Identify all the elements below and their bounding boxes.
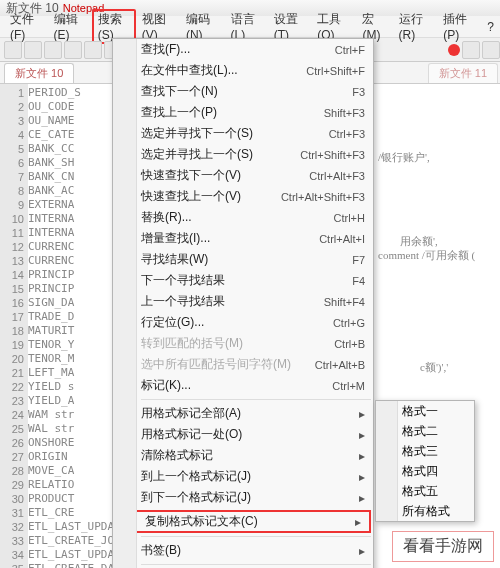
menu-help[interactable]: ?	[481, 18, 500, 36]
menu-item-label: 转到匹配的括号(M)	[141, 335, 334, 352]
menu-item-label: 寻找结果(W)	[141, 251, 352, 268]
menu-item-label: 下一个寻找结果	[141, 272, 352, 289]
menu-item-shortcut: F3	[352, 86, 365, 98]
menu-item[interactable]: 清除格式标记▸	[113, 445, 373, 466]
menu-item[interactable]: 标记(K)...Ctrl+M	[113, 375, 373, 396]
menu-item[interactable]: 寻找结果(W)F7	[113, 249, 373, 270]
menu-item-label: 到上一个格式标记(J)	[141, 468, 353, 485]
menu-item[interactable]: 上一个寻找结果Shift+F4	[113, 291, 373, 312]
menu-item-label: 快速查找上一个(V)	[141, 188, 281, 205]
menu-item[interactable]: 在文件中查找(L)...Ctrl+Shift+F	[113, 60, 373, 81]
menu-bar: 文件(F) 编辑(E) 搜索(S) 视图(V) 编码(N) 语言(L) 设置(T…	[0, 16, 500, 38]
menu-item[interactable]: 行定位(G)...Ctrl+G	[113, 312, 373, 333]
tbtn-play[interactable]	[462, 41, 480, 59]
submenu-item-label: 格式三	[402, 443, 438, 460]
submenu-arrow-icon: ▸	[359, 449, 365, 463]
menu-item-label: 清除格式标记	[141, 447, 353, 464]
tbtn-saveall[interactable]	[64, 41, 82, 59]
record-icon[interactable]	[448, 44, 460, 56]
menu-item[interactable]: 用格式标记全部(A)▸	[113, 403, 373, 424]
menu-item[interactable]: 到上一个格式标记(J)▸	[113, 466, 373, 487]
menu-item-label: 复制格式标记文本(C)	[145, 513, 349, 530]
menu-item-label: 书签(B)	[141, 542, 353, 559]
menu-item-label: 查找上一个(P)	[141, 104, 324, 121]
submenu-arrow-icon: ▸	[359, 491, 365, 505]
menu-file[interactable]: 文件(F)	[4, 9, 48, 44]
submenu-arrow-icon: ▸	[359, 544, 365, 558]
menu-item-label: 增量查找(I)...	[141, 230, 319, 247]
menu-item: 转到匹配的括号(M)Ctrl+B	[113, 333, 373, 354]
submenu-item-label: 格式一	[402, 403, 438, 420]
menu-item[interactable]: 快速查找上一个(V)Ctrl+Alt+Shift+F3	[113, 186, 373, 207]
menu-item[interactable]: 查找(F)...Ctrl+F	[113, 39, 373, 60]
menu-item[interactable]: 替换(R)...Ctrl+H	[113, 207, 373, 228]
menu-item[interactable]: 下一个寻找结果F4	[113, 270, 373, 291]
menu-item-shortcut: Shift+F4	[324, 296, 365, 308]
menu-run[interactable]: 运行(R)	[393, 9, 438, 44]
watermark: 看看手游网	[392, 531, 494, 562]
menu-item-shortcut: Shift+F3	[324, 107, 365, 119]
menu-item[interactable]: 增量查找(I)...Ctrl+Alt+I	[113, 228, 373, 249]
menu-item-shortcut: Ctrl+Alt+B	[315, 359, 365, 371]
bg-text: comment /可用余额 (	[378, 248, 475, 263]
menu-item-shortcut: Ctrl+M	[332, 380, 365, 392]
menu-icon-gutter	[113, 39, 137, 568]
search-menu: 查找(F)...Ctrl+F在文件中查找(L)...Ctrl+Shift+F查找…	[112, 38, 374, 568]
menu-item[interactable]: 用格式标记一处(O)▸	[113, 424, 373, 445]
menu-separator	[141, 564, 371, 565]
menu-item-label: 替换(R)...	[141, 209, 334, 226]
tbtn-close[interactable]	[84, 41, 102, 59]
menu-item[interactable]: 到下一个格式标记(J)▸	[113, 487, 373, 508]
menu-item-label: 选定并寻找下一个(S)	[141, 125, 329, 142]
menu-item-shortcut: Ctrl+Shift+F	[306, 65, 365, 77]
bg-text: 用余额',	[400, 234, 438, 249]
menu-item[interactable]: 选定并寻找下一个(S)Ctrl+F3	[113, 123, 373, 144]
menu-item-label: 上一个寻找结果	[141, 293, 324, 310]
menu-item-shortcut: Ctrl+Alt+F3	[309, 170, 365, 182]
menu-plugins[interactable]: 插件(P)	[437, 9, 481, 44]
submenu-item-label: 格式五	[402, 483, 438, 500]
submenu-icon-gutter	[376, 401, 398, 521]
tbtn-stop[interactable]	[482, 41, 500, 59]
menu-item[interactable]: 快速查找下一个(V)Ctrl+Alt+F3	[113, 165, 373, 186]
tab-other[interactable]: 新文件 11	[428, 63, 498, 83]
menu-item[interactable]: 查找上一个(P)Shift+F3	[113, 102, 373, 123]
menu-item-label: 在文件中查找(L)...	[141, 62, 306, 79]
tbtn-save[interactable]	[44, 41, 62, 59]
menu-item[interactable]: 查找下一个(N)F3	[113, 81, 373, 102]
menu-item[interactable]: 选定并寻找上一个(S)Ctrl+Shift+F3	[113, 144, 373, 165]
bg-text: c额')','	[420, 360, 448, 375]
submenu-item-label: 所有格式	[402, 503, 450, 520]
menu-separator	[141, 536, 371, 537]
menu-item-shortcut: F7	[352, 254, 365, 266]
menu-item-label: 选定并寻找上一个(S)	[141, 146, 300, 163]
menu-item-label: 查找下一个(N)	[141, 83, 352, 100]
submenu-arrow-icon: ▸	[355, 515, 361, 529]
menu-item[interactable]: 书签(B)▸	[113, 540, 373, 561]
menu-edit[interactable]: 编辑(E)	[48, 9, 92, 44]
submenu-arrow-icon: ▸	[359, 470, 365, 484]
menu-item-shortcut: Ctrl+Shift+F3	[300, 149, 365, 161]
menu-item-shortcut: Ctrl+Alt+Shift+F3	[281, 191, 365, 203]
menu-item: 选中所有匹配括号间字符(M)Ctrl+Alt+B	[113, 354, 373, 375]
menu-item-shortcut: Ctrl+G	[333, 317, 365, 329]
menu-item-label: 用格式标记全部(A)	[141, 405, 353, 422]
menu-item-shortcut: Ctrl+F	[335, 44, 365, 56]
menu-item-label: 标记(K)...	[141, 377, 332, 394]
tbtn-open[interactable]	[24, 41, 42, 59]
menu-item[interactable]: 复制格式标记文本(C)▸	[115, 510, 371, 533]
tab-active[interactable]: 新文件 10	[4, 63, 74, 83]
menu-item-shortcut: Ctrl+F3	[329, 128, 365, 140]
menu-separator	[141, 399, 371, 400]
submenu-item-label: 格式四	[402, 463, 438, 480]
menu-item-label: 到下一个格式标记(J)	[141, 489, 353, 506]
menu-item-label: 选中所有匹配括号间字符(M)	[141, 356, 315, 373]
menu-item-shortcut: F4	[352, 275, 365, 287]
style-submenu: 格式一格式二格式三格式四格式五所有格式	[375, 400, 475, 522]
menu-item-label: 用格式标记一处(O)	[141, 426, 353, 443]
menu-item-shortcut: Ctrl+B	[334, 338, 365, 350]
line-gutter: 1234567891011121314151617181920212223242…	[0, 84, 28, 568]
menu-item-label: 行定位(G)...	[141, 314, 333, 331]
menu-item-shortcut: Ctrl+H	[334, 212, 365, 224]
tbtn-new[interactable]	[4, 41, 22, 59]
